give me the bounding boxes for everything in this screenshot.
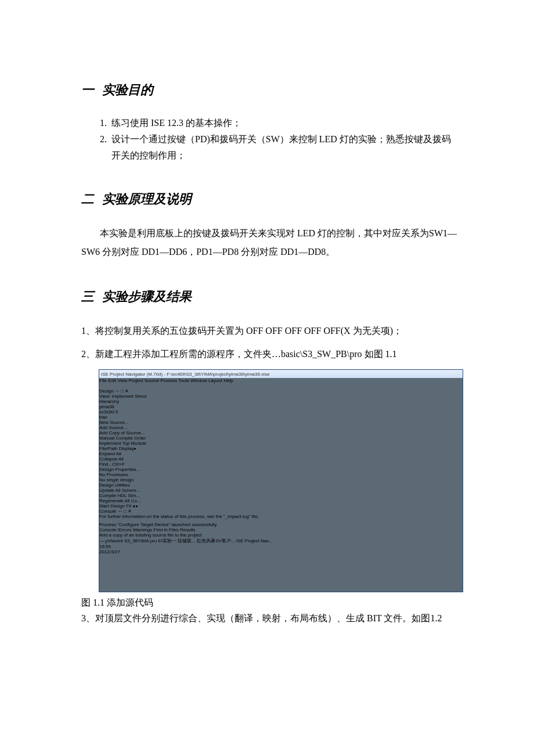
menu-process[interactable]: Process bbox=[160, 378, 177, 383]
clock-date: 2012/3/27 bbox=[99, 549, 463, 555]
design-panel: Design ↔ □ ✕ View: Implement Simul Hiera… bbox=[99, 388, 463, 509]
section1-list: 练习使用 ISE 12.3 的基本操作； 设计一个通过按键（PD)和拨码开关（S… bbox=[81, 115, 459, 164]
tab-errors[interactable]: !Errors bbox=[118, 527, 132, 532]
no-single-row: No single design bbox=[99, 477, 463, 483]
windows-taskbar: — μVision4 S3_38YIMA pro EI实验一 按键拨... 红色… bbox=[99, 538, 463, 555]
section3-counter: 三 bbox=[81, 288, 99, 305]
menu-expand-all[interactable]: Expand All bbox=[99, 451, 463, 456]
no-proc-row: No Processes bbox=[99, 472, 463, 477]
util-row[interactable]: Regenerate All Co... bbox=[99, 498, 463, 503]
title-bar: ISE Project Navigator (M.70d) - F:\ec409… bbox=[99, 370, 463, 378]
menu-add-copy-source[interactable]: Add Copy of Source... bbox=[99, 430, 463, 435]
section2-counter: 二 bbox=[81, 190, 99, 208]
step-3: 3、对顶层文件分别进行综合、实现（翻译，映射，布局布线）、生成 BIT 文件。如… bbox=[81, 609, 459, 628]
menu-manual-compile[interactable]: Manual Compile Order bbox=[99, 435, 463, 441]
panel-pin-buttons[interactable]: ↔ □ ✕ bbox=[115, 388, 129, 394]
context-menu: New Source... Add Source... Add Copy of … bbox=[99, 420, 463, 472]
taskbar-item[interactable]: S3_38YIMA bbox=[124, 538, 149, 543]
hierarchy-tree: yima38 xc3s50-5 tran New Source... Add S… bbox=[99, 404, 463, 472]
menu-implement-top[interactable]: Implement Top Module bbox=[99, 441, 463, 446]
menu-bar: File Edit View Project Source Process To… bbox=[99, 378, 463, 383]
menu-edit[interactable]: Edit bbox=[108, 378, 116, 383]
system-tray: 15:55 2012/3/27 bbox=[99, 544, 463, 555]
minimize-button[interactable] bbox=[420, 371, 433, 377]
hierarchy-row: Hierarchy bbox=[99, 399, 463, 404]
status-bar: Add a copy of an existing source file to… bbox=[99, 532, 463, 538]
tree-module[interactable]: tran bbox=[99, 415, 463, 420]
taskbar-item[interactable]: EI实验一 按键拨... bbox=[158, 538, 195, 543]
section1-heading: 一 实验目的 bbox=[81, 81, 459, 99]
section2-heading: 二 实验原理及说明 bbox=[81, 190, 459, 208]
menu-source[interactable]: Source bbox=[145, 378, 159, 383]
section3-heading: 三 实验步骤及结果 bbox=[81, 288, 459, 305]
menu-help[interactable]: Help bbox=[223, 378, 233, 383]
console-tabs: Console !Errors Warnings Find in Files R… bbox=[99, 527, 463, 532]
maximize-button[interactable] bbox=[434, 371, 447, 377]
taskbar-item[interactable]: — μVision4 bbox=[99, 538, 123, 543]
tab-design[interactable]: Design bbox=[110, 503, 125, 509]
design-panel-title: Design bbox=[99, 388, 114, 394]
util-row[interactable]: Update All Schem... bbox=[99, 488, 463, 493]
design-panel-header: Design ↔ □ ✕ bbox=[99, 388, 463, 394]
sim-radio-label: Simul bbox=[135, 394, 146, 399]
section1-item-2: 设计一个通过按键（PD)和拨码开关（SW）来控制 LED 灯的实验；熟悉按键及拨… bbox=[109, 131, 459, 164]
ise-window: ISE Project Navigator (M.70d) - F:\ec409… bbox=[99, 369, 463, 592]
impl-radio-label: Implement bbox=[112, 394, 134, 399]
step-1: 1、将控制复用关系的五位拨码开关置为 OFF OFF OFF OFF OFF(X… bbox=[81, 322, 459, 340]
processes-panel: No Processes No single design Design Uti… bbox=[99, 472, 463, 503]
menu-project[interactable]: Project bbox=[129, 378, 143, 383]
tab-overflow[interactable]: ◂ ▸ bbox=[132, 503, 138, 509]
taskbar-item[interactable]: ISE Project Nav... bbox=[236, 538, 273, 543]
menu-file[interactable]: File bbox=[99, 378, 107, 383]
section2-body: 本实验是利用底板上的按键及拨码开关来实现对 LED 灯的控制，其中对应关系为SW… bbox=[81, 224, 459, 261]
menu-add-source[interactable]: Add Source... bbox=[99, 425, 463, 430]
tree-project[interactable]: yima38 bbox=[99, 404, 463, 409]
console-line: For further information on the status of… bbox=[99, 514, 463, 519]
design-utils-row[interactable]: Design Utilities bbox=[99, 483, 463, 488]
panel-bottom-tabs: Start Design Fil ◂ ▸ bbox=[99, 503, 463, 509]
section3-title: 实验步骤及结果 bbox=[102, 289, 192, 304]
menu-tools[interactable]: Tools bbox=[178, 378, 189, 383]
taskbar-item[interactable]: pro bbox=[150, 538, 157, 543]
menu-new-source[interactable]: New Source... bbox=[99, 420, 463, 425]
console-pin-buttons[interactable]: ↔ □ ✕ bbox=[118, 509, 132, 514]
submenu-arrow-icon: ▸ bbox=[134, 446, 136, 451]
tool-bar: NO CH bbox=[99, 383, 463, 388]
hierarchy-label: Hierarchy bbox=[99, 399, 119, 404]
section2-title: 实验原理及说明 bbox=[102, 192, 192, 206]
tree-device[interactable]: xc3s50-5 bbox=[99, 409, 463, 415]
menu-file-path[interactable]: File/Path Display▸ bbox=[99, 446, 463, 451]
taskbar-item[interactable]: 红色风暴SV客户... bbox=[197, 538, 234, 543]
tab-console[interactable]: Console bbox=[99, 527, 116, 532]
section1-item-1: 练习使用 ISE 12.3 的基本操作； bbox=[109, 115, 459, 131]
tab-warnings[interactable]: Warnings bbox=[133, 527, 153, 532]
title-text: ISE Project Navigator (M.70d) - F:\ec409… bbox=[101, 372, 269, 377]
menu-find[interactable]: Find...Ctrl+F bbox=[99, 462, 463, 467]
console-body: For further information on the status of… bbox=[99, 514, 463, 527]
menu-view[interactable]: View bbox=[117, 378, 127, 383]
clock-time: 15:55 bbox=[99, 544, 463, 549]
tab-files[interactable]: Fil bbox=[126, 503, 131, 509]
section1-title: 实验目的 bbox=[102, 82, 153, 97]
menu-collapse-all[interactable]: Collapse All bbox=[99, 456, 463, 462]
screenshot-figure-1-1: ISE Project Navigator (M.70d) - F:\ec409… bbox=[99, 369, 459, 592]
section1-counter: 一 bbox=[81, 81, 99, 99]
console-panel: Console ↔ □ ✕ For further information on… bbox=[99, 509, 463, 532]
tab-find-results[interactable]: Find in Files Results bbox=[154, 527, 196, 532]
figure-caption-1-1: 图 1.1 添加源代码 bbox=[81, 597, 459, 609]
console-header: Console ↔ □ ✕ bbox=[99, 509, 463, 514]
menu-window[interactable]: Window bbox=[190, 378, 207, 383]
console-line: Process "Configure Target Device" launch… bbox=[99, 522, 463, 527]
close-button[interactable] bbox=[448, 371, 461, 377]
toolbar-text: NO CH bbox=[99, 384, 113, 388]
tab-start[interactable]: Start bbox=[99, 503, 109, 509]
menu-layout[interactable]: Layout bbox=[208, 378, 222, 383]
console-title: Console bbox=[99, 509, 116, 514]
util-row[interactable]: Compile HDL Sim... bbox=[99, 493, 463, 498]
view-label: View: bbox=[99, 394, 110, 399]
step-2: 2、新建工程并添加工程所需的源程序，文件夹…basic\S3_SW_PB\pro… bbox=[81, 345, 459, 363]
taskbar-clock[interactable]: 15:55 2012/3/27 bbox=[99, 544, 463, 555]
view-row: View: Implement Simul bbox=[99, 394, 463, 399]
menu-design-properties[interactable]: Design Properties... bbox=[99, 467, 463, 472]
